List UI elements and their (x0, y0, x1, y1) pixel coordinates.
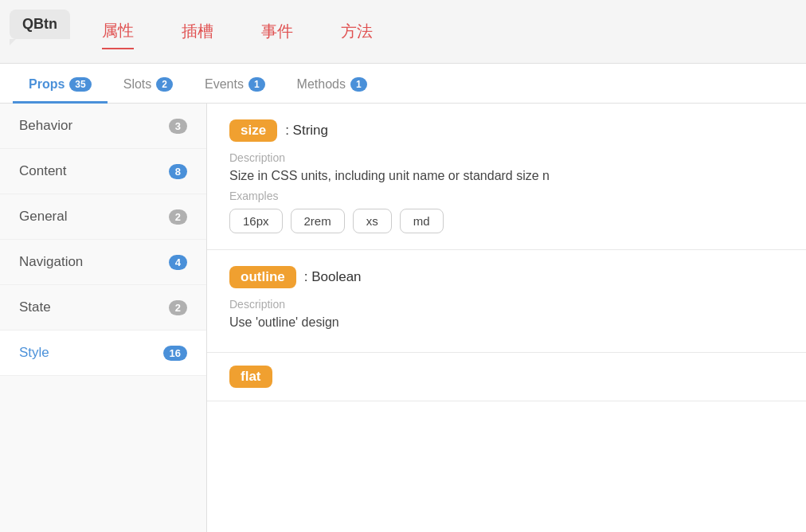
tab-props-badge: 35 (69, 77, 91, 92)
sidebar-item-general-count: 2 (169, 209, 187, 225)
example-chip-xs: xs (353, 209, 392, 233)
sub-tabs-bar: Props 35 Slots 2 Events 1 Methods 1 (0, 64, 806, 104)
prop-outline-badge: outline (229, 266, 296, 288)
prop-flat-title: flat (229, 366, 784, 388)
prop-size-title: size : String (229, 119, 784, 142)
sidebar-item-content[interactable]: Content 8 (0, 149, 206, 194)
prop-outline-section: outline : Boolean Description Use 'outli… (207, 250, 806, 353)
tab-events-badge: 1 (248, 77, 265, 92)
content-area: size : String Description Size in CSS un… (207, 104, 806, 532)
sidebar-item-behavior[interactable]: Behavior 3 (0, 104, 206, 149)
sidebar-item-general[interactable]: General 2 (0, 194, 206, 240)
sidebar-item-content-label: Content (19, 163, 67, 179)
tab-events-label: Events (205, 77, 244, 92)
prop-size-badge: size (229, 119, 277, 142)
example-chip-md: md (400, 209, 444, 233)
sidebar: Behavior 3 Content 8 General 2 Navigatio… (0, 104, 207, 532)
prop-outline-type: : Boolean (304, 269, 362, 285)
tab-slots[interactable]: Slots 2 (108, 68, 189, 104)
nav-tab-methods[interactable]: 方法 (341, 14, 373, 49)
tab-methods-badge: 1 (350, 77, 367, 92)
nav-tab-properties[interactable]: 属性 (102, 14, 134, 49)
example-chip-16px: 16px (229, 209, 283, 233)
tab-props[interactable]: Props 35 (13, 68, 108, 104)
prop-size-section: size : String Description Size in CSS un… (207, 104, 806, 250)
tab-slots-label: Slots (123, 77, 152, 92)
logo-button[interactable]: QBtn (10, 10, 70, 39)
tab-slots-badge: 2 (156, 77, 173, 92)
sidebar-item-behavior-count: 3 (169, 119, 187, 134)
prop-size-desc-label: Description (229, 151, 784, 164)
prop-size-type: : String (285, 123, 328, 139)
prop-outline-description: Use 'outline' design (229, 315, 784, 330)
tab-methods-label: Methods (297, 77, 346, 92)
sidebar-item-behavior-label: Behavior (19, 118, 72, 134)
sidebar-item-navigation-count: 4 (169, 255, 187, 270)
sidebar-item-general-label: General (19, 209, 67, 225)
main-layout: Behavior 3 Content 8 General 2 Navigatio… (0, 104, 806, 532)
sidebar-item-navigation[interactable]: Navigation 4 (0, 240, 206, 285)
prop-flat-section: flat (207, 353, 806, 401)
logo-text: QBtn (22, 16, 57, 32)
header: QBtn 属性 插槽 事件 方法 (0, 0, 806, 64)
prop-outline-desc-label: Description (229, 298, 784, 311)
example-chip-2rem: 2rem (291, 209, 345, 233)
tab-methods[interactable]: Methods 1 (281, 68, 383, 104)
sidebar-item-style-label: Style (19, 345, 49, 361)
sidebar-item-state[interactable]: State 2 (0, 285, 206, 331)
prop-size-examples-label: Examples (229, 190, 784, 202)
nav-tab-events[interactable]: 事件 (261, 14, 293, 49)
header-nav: 属性 插槽 事件 方法 (86, 0, 389, 63)
sidebar-item-content-count: 8 (169, 164, 187, 179)
sidebar-item-navigation-label: Navigation (19, 254, 83, 270)
sidebar-item-style-count: 16 (163, 346, 187, 361)
tab-props-label: Props (29, 77, 65, 92)
sidebar-item-style[interactable]: Style 16 (0, 331, 206, 376)
sidebar-item-state-label: State (19, 299, 51, 315)
prop-outline-title: outline : Boolean (229, 266, 784, 288)
nav-tab-slots[interactable]: 插槽 (182, 14, 213, 49)
sidebar-item-state-count: 2 (169, 300, 187, 315)
prop-size-examples: 16px 2rem xs md (229, 209, 784, 233)
prop-flat-badge: flat (229, 366, 272, 388)
tab-events[interactable]: Events 1 (189, 68, 281, 104)
prop-size-description: Size in CSS units, including unit name o… (229, 169, 784, 183)
